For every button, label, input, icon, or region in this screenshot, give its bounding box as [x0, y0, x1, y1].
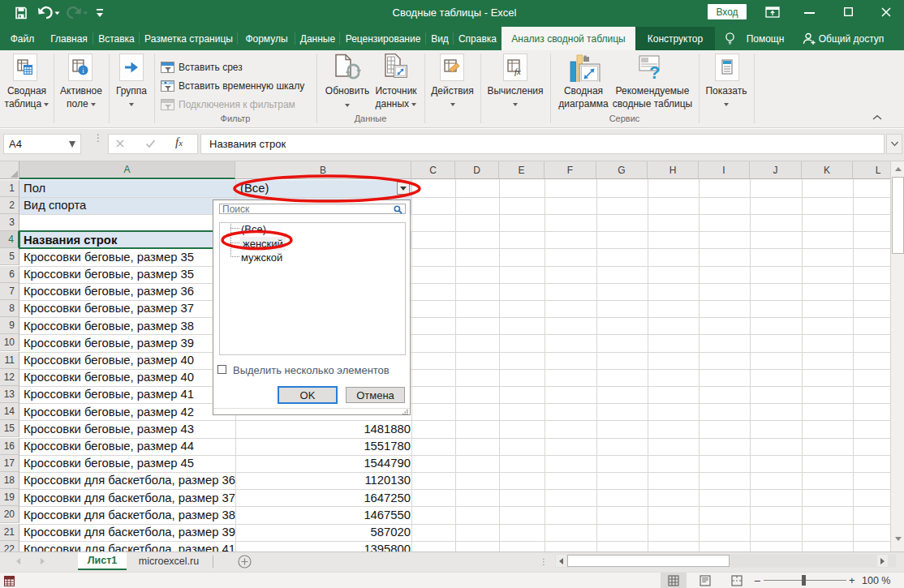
svg-text:fx: fx — [514, 67, 521, 76]
svg-text:?: ? — [649, 62, 660, 81]
